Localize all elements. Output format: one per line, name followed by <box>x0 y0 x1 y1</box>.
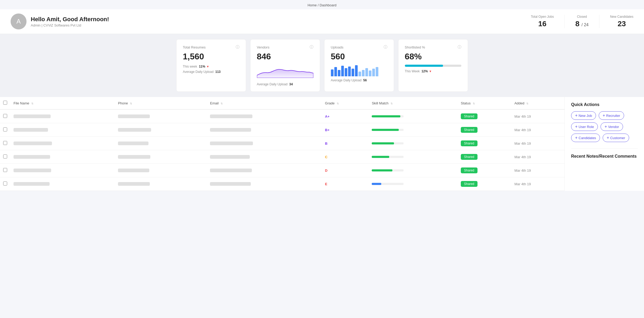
sort-icon-filename: ⇅ <box>31 102 33 105</box>
row-checkbox[interactable] <box>3 154 7 158</box>
candidates-button[interactable]: + Candidates <box>571 134 600 142</box>
grade-value: B <box>325 142 327 145</box>
header-info: Hello Amit, Good Afternoon! Admin | CVVi… <box>31 16 531 27</box>
sort-icon-added: ⇅ <box>526 102 528 105</box>
customer-button[interactable]: + Customer <box>603 134 629 142</box>
row-status: Shared <box>458 150 511 164</box>
date-value: Mar 4th 19 <box>514 128 531 132</box>
row-filename <box>10 137 115 150</box>
sort-icon-status: ⇅ <box>473 102 475 105</box>
plus-icon-recruiter: + <box>603 113 605 118</box>
phone-blurred <box>118 155 150 159</box>
recruiter-button[interactable]: + Recruiter <box>599 111 624 120</box>
metric-card-vendors: Vendors ⓘ 846 Average Daily Upload 34 <box>250 39 320 92</box>
grade-value: E <box>325 182 327 186</box>
phone-blurred <box>118 114 150 118</box>
row-email <box>207 150 322 164</box>
filename-blurred <box>14 182 50 186</box>
row-status: Shared <box>458 123 511 137</box>
stat-open-jobs: Total Open Jobs 16 <box>531 15 554 28</box>
row-checkbox-cell <box>0 123 10 137</box>
email-blurred <box>210 182 251 186</box>
vendor-button[interactable]: + Vendor <box>601 122 623 131</box>
table-section: File Name ⇅ Phone ⇅ Email ⇅ Grade ⇅ <box>0 97 564 191</box>
row-phone <box>115 164 207 177</box>
breadcrumb-current: Dashboard <box>319 3 336 7</box>
recruiter-label: Recruiter <box>606 114 620 118</box>
quick-actions-section: Quick Actions + New Job + Recruiter + Us… <box>571 102 638 142</box>
new-job-label: New Job <box>579 114 592 118</box>
select-all-checkbox[interactable] <box>3 101 7 105</box>
row-date: Mar 4th 19 <box>511 177 564 191</box>
row-date: Mar 4th 19 <box>511 137 564 150</box>
candidates-label: Candidates <box>579 136 596 140</box>
info-icon-shortlisted: ⓘ <box>458 45 461 50</box>
row-status: Shared <box>458 164 511 177</box>
email-blurred <box>210 142 253 145</box>
info-icon-vendors: ⓘ <box>310 45 313 50</box>
stat-divider-1 <box>564 15 565 28</box>
row-grade: B+ <box>322 123 369 137</box>
metric-value-shortlisted: 68% <box>405 52 461 61</box>
row-email <box>207 164 322 177</box>
email-blurred <box>210 114 252 118</box>
new-job-button[interactable]: + New Job <box>571 111 596 120</box>
email-blurred <box>210 169 252 172</box>
skill-bar-wrap <box>372 183 404 185</box>
user-role-button[interactable]: + User Role <box>571 122 598 131</box>
row-email <box>207 137 322 150</box>
row-skillmatch <box>369 123 458 137</box>
table-row: A+ Shared Mar 4th 19 <box>0 109 564 123</box>
filename-blurred <box>14 128 48 132</box>
row-status: Shared <box>458 177 511 191</box>
quick-actions-title: Quick Actions <box>571 102 638 107</box>
recent-notes-section: Recent Notes/Recent Comments <box>571 154 638 159</box>
stat-divider-2 <box>599 15 599 28</box>
skill-bar-wrap <box>372 115 404 117</box>
th-skillmatch: Skill Match ⇅ <box>369 97 458 109</box>
metric-card-resumes: Total Resumes ⓘ 1,560 This week 11%▼ Ave… <box>176 39 246 92</box>
closed-value: 8 / 24 <box>575 20 589 28</box>
status-badge: Shared <box>461 127 477 133</box>
row-checkbox[interactable] <box>3 127 7 131</box>
metric-footer-vendors: Average Daily Upload 34 <box>257 82 313 86</box>
table-row: B Shared Mar 4th 19 <box>0 137 564 150</box>
metrics-section: Total Resumes ⓘ 1,560 This week 11%▼ Ave… <box>0 34 644 97</box>
metric-card-uploads: Uploads ⓘ 560 <box>324 39 394 92</box>
customer-label: Customer <box>610 136 625 140</box>
open-jobs-value: 16 <box>531 20 554 28</box>
grade-value: A+ <box>325 114 330 118</box>
table-wrapper: File Name ⇅ Phone ⇅ Email ⇅ Grade ⇅ <box>0 97 564 191</box>
th-checkbox <box>0 97 10 109</box>
table-row: C Shared Mar 4th 19 <box>0 150 564 164</box>
row-checkbox-cell <box>0 137 10 150</box>
grade-value: B+ <box>325 128 330 132</box>
row-checkbox-cell <box>0 177 10 191</box>
metric-value-uploads: 560 <box>331 52 387 61</box>
filename-blurred <box>14 142 52 145</box>
breadcrumb-home[interactable]: Home <box>308 3 317 7</box>
row-checkbox[interactable] <box>3 168 7 172</box>
sort-icon-phone: ⇅ <box>130 102 132 105</box>
date-value: Mar 4th 19 <box>514 155 531 159</box>
row-skillmatch <box>369 150 458 164</box>
row-checkbox[interactable] <box>3 114 7 118</box>
breadcrumb-separator: / <box>318 3 319 7</box>
row-date: Mar 4th 19 <box>511 150 564 164</box>
row-email <box>207 109 322 123</box>
filename-blurred <box>14 155 50 159</box>
skill-bar-fill <box>372 115 400 117</box>
th-added: Added ⇅ <box>511 97 564 109</box>
row-skillmatch <box>369 137 458 150</box>
row-checkbox[interactable] <box>3 182 7 186</box>
user-role-label: User Role <box>579 125 594 129</box>
trend-down-icon: ▼ <box>206 65 209 68</box>
table-row: B+ Shared Mar 4th 19 <box>0 123 564 137</box>
sort-icon-grade: ⇅ <box>337 102 339 105</box>
open-jobs-label: Total Open Jobs <box>531 15 554 19</box>
uploads-chart <box>331 65 387 76</box>
plus-icon-userrole: + <box>575 124 577 129</box>
row-checkbox[interactable] <box>3 141 7 145</box>
phone-blurred <box>118 128 151 132</box>
header-stats: Total Open Jobs 16 Closed 8 / 24 New Can… <box>531 15 633 28</box>
